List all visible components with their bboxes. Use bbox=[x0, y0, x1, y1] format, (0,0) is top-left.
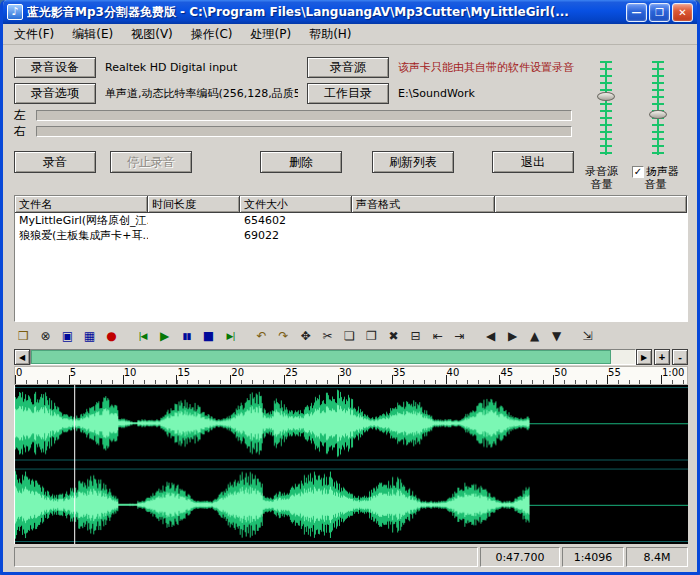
menu-process[interactable]: 处理(P) bbox=[242, 24, 301, 45]
ruler-tick: 30 bbox=[339, 367, 352, 378]
file-row[interactable]: 狼狼爱(主板集成声卡+耳... 69022 bbox=[15, 228, 687, 243]
speaker-volume-slider[interactable] bbox=[641, 59, 675, 157]
zoom-in-icon[interactable]: ▲ bbox=[525, 326, 544, 345]
right-channel-label: 右 bbox=[14, 123, 36, 140]
hand-tool-icon[interactable]: ✥ bbox=[296, 326, 315, 345]
speaker-volume-thumb[interactable] bbox=[649, 110, 667, 119]
zoom-out-icon[interactable]: ▼ bbox=[547, 326, 566, 345]
ruler-tick: 5 bbox=[70, 367, 76, 378]
column-header-filesize[interactable]: 文件大小 bbox=[240, 196, 352, 213]
scroll-right-icon[interactable]: ▶ bbox=[503, 326, 522, 345]
window-title: 蓝光影音Mp3分割器免费版 - C:\Program Files\Languan… bbox=[27, 4, 624, 21]
paste-icon[interactable]: ❐ bbox=[362, 326, 381, 345]
menubar: 文件(F) 编辑(E) 视图(V) 操作(C) 处理(P) 帮助(H) bbox=[3, 24, 697, 45]
undo-icon[interactable]: ↶ bbox=[252, 326, 271, 345]
crop-icon[interactable]: ⊟ bbox=[406, 326, 425, 345]
options-row: 录音选项 单声道,动态比特率编码(256,128,品质5) 工作目录 E:\So… bbox=[14, 83, 576, 104]
pause-icon[interactable]: ▮▮ bbox=[177, 326, 196, 345]
editor-toolbar: ❒ ⊗ ▣ ▦ ● |◀ ▶ ▮▮ ■ ▶| ↶ ↷ ✥ ✂ ❏ ❐ ✖ ⊟ ⇤… bbox=[3, 322, 697, 347]
status-bar: 0:47.700 1:4096 8.4M bbox=[14, 547, 688, 567]
stop-icon[interactable]: ■ bbox=[199, 326, 218, 345]
waveform-area[interactable] bbox=[14, 385, 688, 544]
ruler-tick: 25 bbox=[285, 367, 298, 378]
record-volume-track bbox=[600, 61, 612, 155]
zoom-in-button[interactable]: + bbox=[654, 349, 670, 365]
zoom-out-button[interactable]: - bbox=[672, 349, 688, 365]
menu-help[interactable]: 帮助(H) bbox=[300, 24, 360, 45]
stop-record-button[interactable]: 停止录音 bbox=[110, 151, 192, 173]
save-as-icon[interactable]: ▦ bbox=[80, 326, 99, 345]
menu-file[interactable]: 文件(F) bbox=[5, 24, 63, 45]
menu-operate[interactable]: 操作(C) bbox=[182, 24, 242, 45]
ruler-tick: 45 bbox=[500, 367, 513, 378]
file-name-cell: 狼狼爱(主板集成声卡+耳... bbox=[15, 228, 148, 243]
work-dir-button[interactable]: 工作目录 bbox=[307, 83, 389, 104]
scroll-left-icon[interactable]: ◀ bbox=[481, 326, 500, 345]
exit-button[interactable]: 退出 bbox=[492, 151, 574, 173]
minimize-button[interactable]: — bbox=[626, 3, 647, 22]
app-icon: ♪ bbox=[7, 4, 23, 20]
go-start-icon[interactable]: |◀ bbox=[133, 326, 152, 345]
left-level-meter bbox=[36, 110, 572, 121]
scrollbar-thumb[interactable] bbox=[31, 350, 611, 364]
file-list-header: 文件名 时间长度 文件大小 声音格式 bbox=[15, 196, 687, 213]
ruler-tick: 40 bbox=[447, 367, 460, 378]
maximize-button[interactable]: ❐ bbox=[649, 3, 670, 22]
column-header-duration[interactable]: 时间长度 bbox=[148, 196, 240, 213]
scrollbar-left-arrow[interactable]: ◀ bbox=[14, 349, 30, 365]
file-size-cell: 69022 bbox=[240, 229, 352, 242]
titlebar[interactable]: ♪ 蓝光影音Mp3分割器免费版 - C:\Program Files\Langu… bbox=[3, 0, 697, 24]
record-volume-label-line2: 音量 bbox=[585, 178, 618, 191]
recorder-panel: 录音设备 Realtek HD Digital input 录音源 该声卡只能由… bbox=[3, 45, 697, 191]
save-icon[interactable]: ▣ bbox=[58, 326, 77, 345]
column-header-format[interactable]: 声音格式 bbox=[352, 196, 495, 213]
scrollbar-track[interactable] bbox=[30, 349, 636, 365]
timeline-ruler[interactable]: 0 5 10 15 20 25 30 35 40 45 50 55 1:00 bbox=[14, 366, 688, 385]
delete-selection-icon[interactable]: ✖ bbox=[384, 326, 403, 345]
record-device-button[interactable]: 录音设备 bbox=[14, 57, 96, 78]
speaker-checkbox[interactable]: ✓ bbox=[632, 166, 644, 178]
speaker-volume-label: ✓ 扬声器 音量 bbox=[632, 165, 679, 191]
waveform-scrollbar: ◀ ▶ + - bbox=[14, 349, 688, 365]
trim-left-icon[interactable]: ⇤ bbox=[428, 326, 447, 345]
goto-selection-icon[interactable]: ⇲ bbox=[578, 326, 597, 345]
right-level-meter bbox=[36, 126, 572, 137]
left-meter-row: 左 bbox=[14, 109, 576, 121]
record-volume-label-line1: 录音源 bbox=[585, 165, 618, 178]
open-icon[interactable]: ❒ bbox=[14, 326, 33, 345]
close-file-icon[interactable]: ⊗ bbox=[36, 326, 55, 345]
record-source-note: 该声卡只能由其自带的软件设置录音 bbox=[398, 60, 576, 75]
menu-edit[interactable]: 编辑(E) bbox=[63, 24, 122, 45]
close-button[interactable]: ✕ bbox=[672, 3, 693, 22]
speaker-volume-label-line1: 扬声器 bbox=[646, 165, 679, 178]
record-options-button[interactable]: 录音选项 bbox=[14, 83, 96, 104]
record-volume-slider[interactable] bbox=[589, 59, 623, 157]
recorder-controls: 录音设备 Realtek HD Digital input 录音源 该声卡只能由… bbox=[14, 57, 576, 191]
play-icon[interactable]: ▶ bbox=[155, 326, 174, 345]
delete-button[interactable]: 删除 bbox=[260, 151, 342, 173]
status-file-size-panel: 8.4M bbox=[626, 547, 688, 567]
waveform-canvas[interactable] bbox=[14, 385, 688, 544]
scrollbar-right-arrow[interactable]: ▶ bbox=[636, 349, 652, 365]
right-meter-row: 右 bbox=[14, 125, 576, 137]
redo-icon[interactable]: ↷ bbox=[274, 326, 293, 345]
ruler-tick: 35 bbox=[393, 367, 406, 378]
ruler-tick: 10 bbox=[124, 367, 137, 378]
file-row[interactable]: MyLittleGirl(网络原创_江... 654602 bbox=[15, 213, 687, 228]
record-volume-thumb[interactable] bbox=[597, 92, 615, 101]
ruler-tick: 1:00 bbox=[662, 367, 684, 378]
status-message-panel bbox=[14, 547, 478, 567]
record-volume-label: 录音源 音量 bbox=[585, 165, 618, 191]
go-end-icon[interactable]: ▶| bbox=[221, 326, 240, 345]
refresh-list-button[interactable]: 刷新列表 bbox=[372, 151, 454, 173]
work-dir-value: E:\SoundWork bbox=[398, 87, 576, 100]
ruler-tick: 20 bbox=[231, 367, 244, 378]
record-button[interactable]: 录音 bbox=[14, 151, 96, 173]
record-icon[interactable]: ● bbox=[102, 326, 121, 345]
copy-icon[interactable]: ❏ bbox=[340, 326, 359, 345]
menu-view[interactable]: 视图(V) bbox=[122, 24, 182, 45]
record-source-button[interactable]: 录音源 bbox=[307, 57, 389, 78]
cut-icon[interactable]: ✂ bbox=[318, 326, 337, 345]
column-header-filename[interactable]: 文件名 bbox=[15, 196, 148, 213]
trim-right-icon[interactable]: ⇥ bbox=[450, 326, 469, 345]
